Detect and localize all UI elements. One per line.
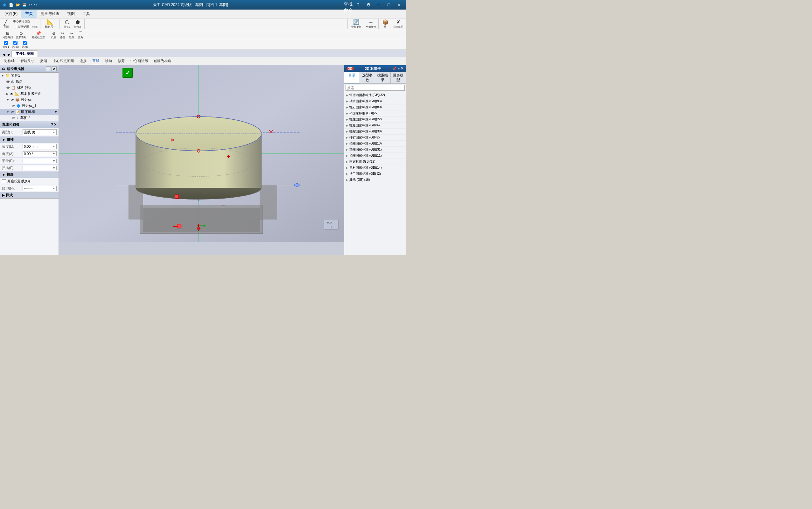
right-tab-catalog[interactable]: 目录 bbox=[344, 72, 360, 83]
sketch-rect-btn[interactable]: 中心画矩形 bbox=[129, 58, 149, 64]
tree-root[interactable]: ▼ 📁 零件1 bbox=[0, 73, 59, 79]
circle-center-btn[interactable]: 中心和点画圆 bbox=[11, 19, 32, 24]
full-transform-btn[interactable]: ↔ 全部转换 bbox=[364, 19, 378, 29]
right-tab-search[interactable]: 搜索结果 bbox=[375, 72, 391, 83]
right-tab-params[interactable]: 选型参数 bbox=[360, 72, 376, 83]
modeling-expand-btn[interactable]: ▼ bbox=[55, 110, 57, 114]
sketch-trim-btn[interactable]: 修剪 bbox=[116, 58, 126, 64]
right-tab-more[interactable]: 更多模型 bbox=[391, 72, 406, 83]
list-item-10[interactable]: 挡圈国家标准 (GB)(11) bbox=[344, 153, 406, 159]
block-btn[interactable]: 📦 块 bbox=[381, 19, 390, 29]
check1[interactable] bbox=[4, 41, 8, 45]
list-item-2[interactable]: 螺钉国家标准 (GB)(80) bbox=[344, 104, 406, 110]
list-item-8[interactable]: 挡圈国家标准 (GB)(13) bbox=[344, 141, 406, 147]
props-type-select[interactable]: 直线 (I) ▼ bbox=[23, 129, 57, 135]
sketch-undo-btn[interactable]: 撤消 bbox=[38, 58, 49, 64]
sketch-connect-btn[interactable]: 连接 bbox=[78, 58, 88, 64]
list-item-6[interactable]: 螺帽国家标准 (GB)(38) bbox=[344, 129, 406, 135]
sketch-symmetry-btn[interactable]: 对称轴 bbox=[3, 58, 16, 64]
check3[interactable] bbox=[23, 41, 27, 45]
list-item-12[interactable]: 型材国家标准 (GB)(14) bbox=[344, 165, 406, 171]
menu-home[interactable]: 主页 bbox=[21, 10, 37, 18]
sketch-circle-btn[interactable]: 中心和点画圆 bbox=[51, 58, 75, 64]
right-panel-expand-btn[interactable]: ≡ bbox=[398, 67, 400, 71]
settings-btn[interactable]: ⚙ bbox=[364, 2, 373, 8]
menu-tools[interactable]: 工具 bbox=[79, 10, 94, 18]
tree-modeling[interactable]: ▼ 👁 📝 顺序建模 ▼ bbox=[0, 109, 59, 115]
sketch-line-btn[interactable]: 直线 bbox=[91, 58, 101, 64]
check2[interactable] bbox=[13, 41, 17, 45]
menu-view[interactable]: 视图 bbox=[63, 10, 79, 18]
list-item-4[interactable]: 螺柱国家标准 (GB)(22) bbox=[344, 116, 406, 123]
list-item-14[interactable]: 其他 (GB) (16) bbox=[344, 177, 406, 183]
list-item-9[interactable]: 垫圈国家标准 (GB)(31) bbox=[344, 147, 406, 153]
props-attributes-section[interactable]: ▼ 属性 bbox=[0, 137, 59, 143]
tree-close-btn[interactable]: ✕ bbox=[51, 66, 57, 71]
help-btn[interactable]: ? bbox=[354, 2, 363, 8]
canvas-area[interactable]: ✓ bbox=[59, 65, 344, 254]
props-close-btn[interactable]: ✕ bbox=[54, 123, 57, 127]
tree-body-item[interactable]: 👁 🔷 设计体_1 bbox=[0, 103, 59, 109]
props-projection-section[interactable]: ▼ 投影 bbox=[0, 172, 59, 178]
props-proj-checkbox[interactable] bbox=[2, 179, 6, 183]
rect-center-btn[interactable]: 中心画矩形 bbox=[11, 25, 32, 29]
tree-origin[interactable]: 👁 ◎ 原点 bbox=[0, 79, 59, 85]
new-icon[interactable]: 📄 bbox=[9, 3, 13, 7]
tree-body[interactable]: ▼ 👁 📦 设计体 bbox=[0, 97, 59, 103]
menu-measure[interactable]: 测量与检查 bbox=[37, 10, 63, 18]
trim-btn2[interactable]: ✂修剪 bbox=[59, 31, 67, 39]
tab-sketch1[interactable]: 零件1: 草图 bbox=[11, 50, 38, 57]
checkbox3[interactable]: 选项3 bbox=[21, 41, 30, 49]
props-style-section[interactable]: ▶ 样式 bbox=[0, 192, 59, 199]
search-command[interactable]: 🔍 查找命令 bbox=[344, 2, 353, 8]
line-tool-btn[interactable]: ╱ 直线 bbox=[1, 19, 11, 29]
hole-btn[interactable]: ⊚孔圆 bbox=[50, 31, 58, 39]
maximize-btn[interactable]: □ bbox=[384, 2, 393, 8]
list-item-7[interactable]: 押钉国家标准 (GB×2) bbox=[344, 135, 406, 141]
feature-btn2[interactable]: ⬢特征2 bbox=[73, 19, 82, 29]
props-angle-value[interactable]: 0.00 ° ▼ bbox=[23, 151, 57, 156]
full-update-btn[interactable]: 🔄 全部更新 bbox=[350, 19, 363, 29]
open-icon[interactable]: 📂 bbox=[15, 3, 20, 7]
smart-dim-btn[interactable]: 📐 智能尺寸 bbox=[43, 19, 58, 29]
tab-nav-right[interactable]: ▶ bbox=[6, 53, 11, 57]
drawing-view[interactable]: TOP TOP bbox=[59, 65, 344, 242]
save-icon[interactable]: 💾 bbox=[22, 3, 27, 7]
sketch-smartdim-btn[interactable]: 智能尺寸 bbox=[19, 58, 36, 64]
right-panel-close-btn[interactable]: ✕ bbox=[400, 67, 403, 71]
props-help-btn[interactable]: ? bbox=[51, 123, 53, 127]
feature-btn1[interactable]: ⬡特征1 bbox=[62, 19, 72, 29]
list-item-5[interactable]: 螺栓国家标准 (GB×4) bbox=[344, 123, 406, 129]
close-sketch-btn[interactable]: ✗ 关闭草图 bbox=[391, 19, 405, 29]
list-item-3[interactable]: 销国家标准 (GB)(27) bbox=[344, 110, 406, 116]
list-item-1[interactable]: 轴承国家标准 (GB)(93) bbox=[344, 98, 406, 104]
tree-planes[interactable]: ▶ 👁 📐 基本参考平面 bbox=[0, 91, 59, 97]
list-item-13[interactable]: 法兰国家标准 (GB) (2) bbox=[344, 171, 406, 177]
confirm-btn[interactable]: ✓ bbox=[122, 68, 133, 78]
tree-pin-btn[interactable]: ─ bbox=[46, 66, 51, 71]
sketch-construct-btn[interactable]: 创建为构造 bbox=[152, 58, 173, 64]
list-item-11[interactable]: 国家标准 (GB)(19) bbox=[344, 159, 406, 165]
redo-icon[interactable]: ↪ bbox=[34, 3, 37, 7]
minimize-btn[interactable]: ─ bbox=[374, 2, 383, 8]
sketch-move-btn[interactable]: 移动 bbox=[103, 58, 114, 64]
checkbox1[interactable]: 选项1 bbox=[1, 41, 10, 49]
fillet-btn[interactable]: ⌒圆角 bbox=[76, 31, 85, 39]
snap-pos-btn[interactable]: 📌锚钉柱位置 bbox=[31, 31, 46, 39]
tab-nav-left[interactable]: ◀ bbox=[1, 53, 6, 57]
array-circle-btn[interactable]: ⊙圆形阵列 bbox=[14, 31, 27, 39]
props-radius-value[interactable]: ▼ bbox=[23, 159, 57, 163]
menu-file[interactable]: 文件(F) bbox=[1, 10, 21, 18]
list-item-0[interactable]: 常传动国家标准 (GB)(32) bbox=[344, 92, 406, 98]
tree-material[interactable]: 👁 📋 材料 (无) bbox=[0, 85, 59, 91]
right-panel-pin-btn[interactable]: 📌 bbox=[392, 67, 397, 71]
props-sweep-value[interactable]: ▼ bbox=[23, 166, 57, 170]
close-btn[interactable]: ✕ bbox=[394, 2, 403, 8]
checkbox2[interactable]: 选项2 bbox=[11, 41, 20, 49]
array-rect-btn[interactable]: ⊞矩形阵列 bbox=[1, 31, 14, 39]
extend-btn[interactable]: ↔延伸 bbox=[67, 31, 76, 39]
props-length-value[interactable]: 0.00 mm ▼ bbox=[23, 144, 57, 149]
tree-sketch[interactable]: 👁 ✓ 草图 2 bbox=[0, 115, 59, 121]
right-search-input[interactable] bbox=[346, 85, 405, 91]
undo-icon[interactable]: ↩ bbox=[29, 3, 32, 7]
